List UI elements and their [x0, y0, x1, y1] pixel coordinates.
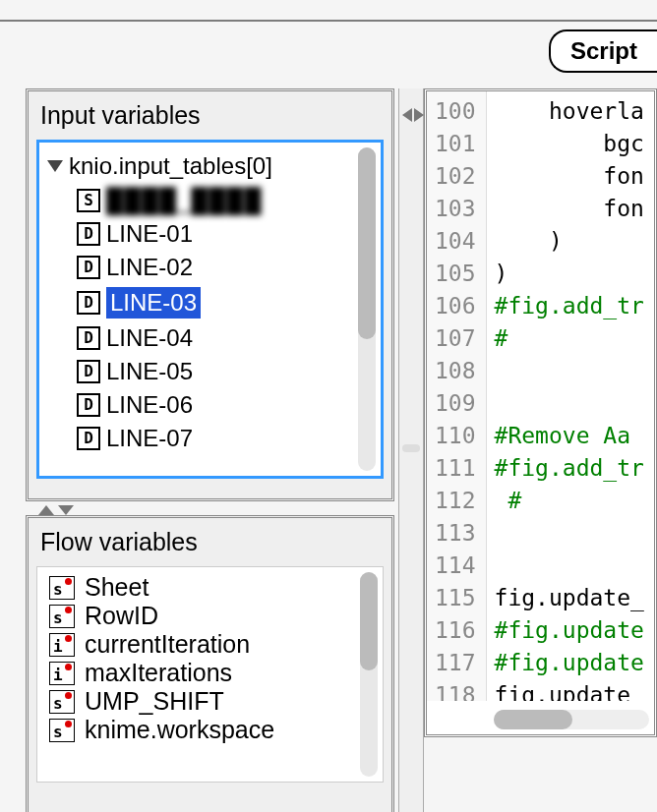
line-number: 110	[435, 420, 476, 452]
string-var-icon: s	[49, 576, 75, 600]
tree-item[interactable]: DLINE-01	[75, 217, 381, 251]
tree-item-label: ████_████	[106, 187, 262, 214]
panel-collapse-controls[interactable]	[38, 505, 74, 515]
code-line[interactable]: #fig.update	[495, 647, 644, 679]
vertical-splitter[interactable]	[398, 88, 424, 812]
arrow-up-icon[interactable]	[38, 505, 54, 515]
code-line[interactable]: )	[495, 258, 644, 290]
code-line[interactable]: #Remove Aa	[495, 420, 644, 452]
double-type-icon: D	[77, 256, 100, 279]
scrollbar-horizontal[interactable]	[494, 710, 649, 729]
line-number: 118	[435, 679, 476, 701]
line-number: 107	[435, 322, 476, 355]
line-number: 109	[435, 387, 476, 420]
tree-item-label: LINE-01	[106, 220, 193, 248]
line-gutter: 1001011021031041051061071081091101111121…	[427, 91, 487, 701]
double-type-icon: D	[77, 393, 100, 417]
arrow-down-icon[interactable]	[58, 505, 74, 515]
tree-item-label: LINE-07	[106, 425, 193, 452]
line-number: 112	[435, 485, 476, 517]
line-number: 111	[435, 452, 476, 485]
line-number: 103	[435, 193, 476, 225]
tree-item[interactable]: DLINE-02	[75, 251, 381, 284]
code-line[interactable]	[495, 517, 644, 550]
flow-var-label: maxIterations	[85, 659, 232, 687]
line-number: 106	[435, 290, 476, 322]
code-line[interactable]: #fig.add_tr	[495, 452, 644, 485]
code-line[interactable]: #	[495, 485, 644, 517]
string-var-icon: s	[49, 690, 75, 714]
line-number: 116	[435, 614, 476, 647]
int-var-icon: i	[49, 633, 75, 657]
double-type-icon: D	[77, 360, 100, 383]
line-number: 105	[435, 258, 476, 290]
arrow-right-icon[interactable]	[414, 108, 424, 122]
code-line[interactable]: #	[495, 322, 644, 355]
code-editor-panel: 1001011021031041051061071081091101111121…	[424, 88, 657, 737]
flow-var-item[interactable]: sRowID	[45, 602, 383, 630]
flow-var-label: knime.workspace	[85, 716, 274, 744]
line-number: 113	[435, 517, 476, 550]
tree-item[interactable]: DLINE-03	[75, 284, 381, 321]
flow-var-item[interactable]: sSheet	[45, 573, 383, 602]
double-type-icon: D	[77, 326, 100, 350]
tree-item-label: LINE-05	[106, 358, 193, 385]
string-var-icon: s	[49, 719, 75, 742]
code-line[interactable]: fon	[495, 160, 644, 193]
scrollbar-thumb[interactable]	[360, 572, 378, 670]
tree-item-label: LINE-04	[106, 324, 193, 352]
arrow-left-icon[interactable]	[402, 108, 412, 122]
tree-root-item[interactable]: knio.input_tables[0]	[47, 148, 381, 184]
code-line[interactable]: #fig.update	[495, 614, 644, 647]
line-number: 114	[435, 550, 476, 582]
line-number: 102	[435, 160, 476, 193]
chevron-down-icon[interactable]	[47, 160, 63, 172]
code-line[interactable]	[495, 355, 644, 387]
line-number: 104	[435, 225, 476, 258]
tree-item-label: LINE-02	[106, 254, 193, 281]
tree-item[interactable]: DLINE-04	[75, 321, 381, 355]
line-number: 101	[435, 128, 476, 160]
flow-var-item[interactable]: sknime.workspace	[45, 716, 383, 744]
code-line[interactable]: fig.update_	[495, 582, 644, 614]
scrollbar-thumb[interactable]	[358, 147, 376, 339]
tree-item-label: LINE-06	[106, 391, 193, 419]
tree-item[interactable]: DLINE-06	[75, 388, 381, 422]
string-type-icon: S	[77, 189, 100, 212]
flow-variables-title: Flow variables	[29, 518, 391, 564]
flow-var-item[interactable]: imaxIterations	[45, 659, 383, 687]
code-line[interactable]: )	[495, 225, 644, 258]
tree-item-label: LINE-03	[106, 287, 201, 319]
code-editor[interactable]: 1001011021031041051061071081091101111121…	[427, 91, 654, 701]
tree-item[interactable]: DLINE-07	[75, 422, 381, 455]
line-number: 117	[435, 647, 476, 679]
code-line[interactable]	[495, 550, 644, 582]
flow-var-label: UMP_SHIFT	[85, 687, 224, 716]
flow-var-item[interactable]: sUMP_SHIFT	[45, 687, 383, 716]
code-line[interactable]: bgc	[495, 128, 644, 160]
double-type-icon: D	[77, 291, 100, 315]
splitter-grip[interactable]	[402, 444, 420, 452]
code-line[interactable]: #fig.add_tr	[495, 290, 644, 322]
double-type-icon: D	[77, 222, 100, 246]
double-type-icon: D	[77, 427, 100, 450]
flow-variables-panel: Flow variables sSheetsRowIDicurrentItera…	[26, 515, 394, 812]
code-line[interactable]: hoverla	[495, 95, 644, 128]
script-tab[interactable]: Script	[549, 29, 657, 73]
code-line[interactable]	[495, 387, 644, 420]
tree-item[interactable]: DLINE-05	[75, 355, 381, 388]
scrollbar-vertical[interactable]	[358, 147, 376, 471]
code-content[interactable]: hoverla bgc fon fon ))#fig.add_tr##Remov…	[487, 91, 644, 701]
line-number: 108	[435, 355, 476, 387]
int-var-icon: i	[49, 662, 75, 685]
flow-variables-tree[interactable]: sSheetsRowIDicurrentIterationimaxIterati…	[36, 566, 384, 783]
flow-var-label: RowID	[85, 602, 158, 630]
code-line[interactable]: fon	[495, 193, 644, 225]
code-line[interactable]: fig.update_	[495, 679, 644, 701]
tree-item[interactable]: S████_████	[75, 184, 381, 217]
scrollbar-thumb[interactable]	[494, 710, 572, 729]
flow-var-item[interactable]: icurrentIteration	[45, 630, 383, 659]
scrollbar-vertical[interactable]	[360, 572, 378, 777]
input-variables-tree[interactable]: knio.input_tables[0] S████_████DLINE-01D…	[36, 140, 384, 479]
line-number: 100	[435, 95, 476, 128]
